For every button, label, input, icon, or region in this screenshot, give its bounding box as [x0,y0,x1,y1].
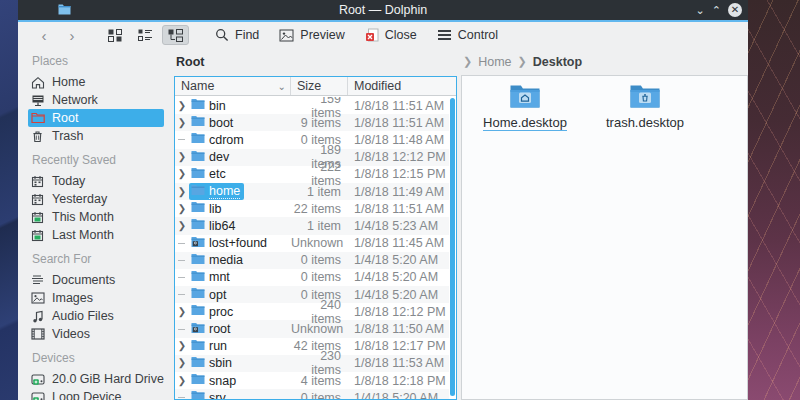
size-cell: 0 items [291,253,348,267]
file-name-wrap[interactable]: lib64 [189,217,239,234]
column-header-size[interactable]: Size [291,77,348,95]
titlebar[interactable]: Root — Dolphin ⌄ ⌃ ✕ [18,0,748,20]
details-view-button[interactable] [132,25,158,45]
minimize-icon[interactable]: ⌄ [696,5,705,16]
breadcrumb-home[interactable]: Home [478,55,511,69]
sidebar-item-this-month[interactable]: This Month [28,208,164,226]
expander-chevron-icon[interactable]: ❯ [175,187,189,197]
vertical-scrollbar[interactable] [450,98,455,396]
table-row-root[interactable]: rootUnknown1/8/18 11:50 AM [175,320,449,337]
expander-chevron-icon[interactable]: ❯ [175,169,189,179]
expander-chevron-icon[interactable]: ❯ [175,204,189,214]
maximize-icon[interactable]: ⌃ [712,5,721,16]
expander-chevron-icon[interactable]: ❯ [175,152,189,162]
expander-chevron-icon[interactable]: ❯ [175,358,189,368]
file-name-wrap[interactable]: srv [189,389,230,399]
forward-button[interactable]: › [60,28,84,43]
sidebar-item-yesterday[interactable]: Yesterday [28,190,164,208]
sidebar-item-trash[interactable]: Trash [28,127,164,145]
file-name-wrap[interactable]: etc [189,166,230,183]
table-row-boot[interactable]: ❯boot9 items1/8/18 11:51 AM [175,114,449,131]
table-row-sbin[interactable]: ❯sbin230 items1/8/18 11:53 AM [175,355,449,372]
find-button[interactable]: Find [207,23,267,47]
column-header-name[interactable]: Name ⌄ [175,77,291,95]
expander-chevron-icon[interactable]: ❯ [175,101,189,111]
preview-button[interactable]: Preview [271,23,352,47]
name-cell: ❯snap [175,372,291,389]
sidebar-item-last-month[interactable]: Last Month [28,226,164,244]
file-name-wrap[interactable]: root [189,321,235,338]
modified-cell: 1/4/18 5:23 AM [348,219,449,233]
file-list: ❯bin159 items1/8/18 11:51 AM❯boot9 items… [175,97,449,399]
tree-view-button[interactable] [162,25,189,45]
close-tab-button[interactable]: Close [357,23,425,47]
table-row-lost-found[interactable]: lost+foundUnknown1/8/18 11:45 AM [175,235,449,252]
size-cell: Unknown [291,236,348,250]
table-row-srv[interactable]: srv0 items1/4/18 5:20 AM [175,389,449,399]
sidebar-item-home[interactable]: Home [28,73,164,91]
table-row-mnt[interactable]: mnt0 items1/4/18 5:20 AM [175,269,449,286]
file-name-wrap[interactable]: media [189,252,247,269]
close-window-icon[interactable]: ✕ [728,3,742,17]
tree-branch-line [178,397,185,398]
name-cell: cdrom [175,131,291,148]
expander-chevron-icon[interactable]: ❯ [175,341,189,351]
icons-view-button[interactable] [102,25,128,45]
table-row-home[interactable]: ❯home1 item1/8/18 11:49 AM [175,183,449,200]
file-name-wrap[interactable]: proc [189,303,237,320]
sidebar-section-title: Places [32,55,170,67]
left-breadcrumb[interactable]: Root [176,55,204,69]
table-row-snap[interactable]: ❯snap4 items1/8/18 12:18 PM [175,372,449,389]
table-row-bin[interactable]: ❯bin159 items1/8/18 11:51 AM [175,97,449,114]
desktop-file-home-desktop[interactable]: Home.desktop [480,84,570,131]
modified-cell: 1/8/18 11:51 AM [348,202,449,216]
file-name-wrap[interactable]: mnt [189,269,234,286]
home-icon [30,75,45,90]
file-name: srv [209,391,226,399]
sidebar-item-root[interactable]: Root [28,109,164,127]
file-name-wrap[interactable]: snap [189,372,240,389]
file-name-wrap[interactable]: opt [189,286,230,303]
sidebar-item-label: Audio Files [52,309,114,323]
file-label: trash.desktop [606,115,684,130]
sidebar-item-videos[interactable]: Videos [28,325,164,343]
file-name-wrap[interactable]: lib [189,200,226,217]
file-name: sbin [209,356,232,370]
file-name-wrap[interactable]: sbin [189,355,236,372]
expander-chevron-icon[interactable]: ❯ [175,376,189,386]
file-name-wrap[interactable]: dev [189,149,233,166]
sidebar-item-loop-device[interactable]: Loop Device [28,388,164,400]
sidebar-item-network[interactable]: Network [28,91,164,109]
sidebar-item-documents[interactable]: Documents [28,271,164,289]
table-row-lib64[interactable]: ❯lib641 item1/4/18 5:23 AM [175,217,449,234]
name-cell: ❯etc [175,166,291,183]
file-name-wrap[interactable]: run [189,338,231,355]
back-button[interactable]: ‹ [32,28,56,43]
sidebar-item-20-0-gib-hard-drive[interactable]: 20.0 GiB Hard Drive [28,370,164,388]
file-name-wrap[interactable]: boot [189,114,237,131]
expander-chevron-icon[interactable]: ❯ [175,221,189,231]
breadcrumb-desktop[interactable]: Desktop [533,55,582,69]
toolbar: ‹ › Find Preview Close [18,22,748,48]
file-name-wrap[interactable]: cdrom [189,131,248,148]
table-row-media[interactable]: media0 items1/4/18 5:20 AM [175,252,449,269]
sidebar-item-audio-files[interactable]: Audio Files [28,307,164,325]
folder-locked-icon [191,236,205,251]
name-cell: ❯proc [175,303,291,320]
file-name: run [209,339,227,353]
expander-chevron-icon[interactable]: ❯ [175,118,189,128]
table-row-etc[interactable]: ❯etc222 items1/8/18 12:15 PM [175,166,449,183]
table-row-proc[interactable]: ❯proc240 items1/8/18 12:12 PM [175,303,449,320]
expander-chevron-icon[interactable]: ❯ [175,307,189,317]
folder-icon [191,218,205,233]
desktop-file-trash-desktop[interactable]: trash.desktop [600,84,690,131]
table-row-lib[interactable]: ❯lib22 items1/8/18 11:51 AM [175,200,449,217]
file-name-wrap[interactable]: lost+found [189,235,271,252]
control-button[interactable]: Control [429,23,506,47]
file-name-wrap[interactable]: home [189,183,244,200]
sidebar-section-title: Devices [32,352,170,364]
sidebar-item-images[interactable]: Images [28,289,164,307]
file-name-wrap[interactable]: bin [189,97,230,114]
sidebar-item-today[interactable]: Today [28,172,164,190]
column-header-modified[interactable]: Modified [348,77,456,95]
